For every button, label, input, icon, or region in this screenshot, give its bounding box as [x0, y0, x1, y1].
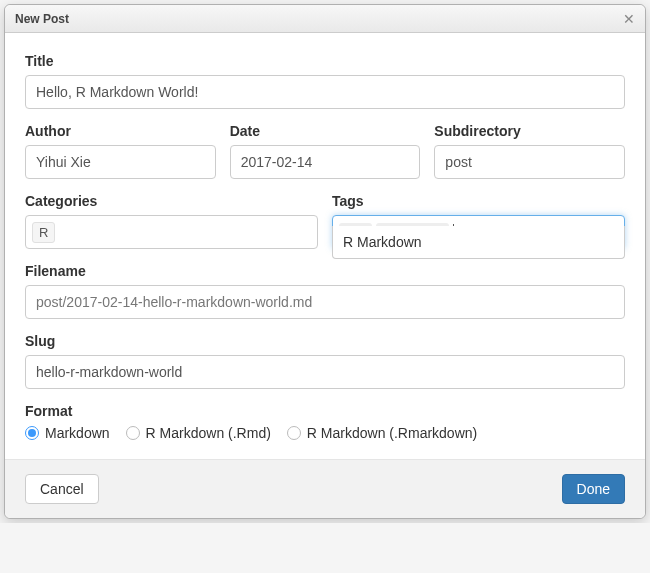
date-input[interactable] — [230, 145, 421, 179]
title-label: Title — [25, 53, 625, 69]
cancel-button[interactable]: Cancel — [25, 474, 99, 504]
filename-label: Filename — [25, 263, 625, 279]
tags-suggestion-dropdown[interactable]: R Markdown — [332, 226, 625, 259]
slug-input[interactable] — [25, 355, 625, 389]
radio-label: R Markdown (.Rmd) — [146, 425, 271, 441]
categories-field: Categories R — [25, 193, 318, 249]
categories-label: Categories — [25, 193, 318, 209]
done-button[interactable]: Done — [562, 474, 625, 504]
subdirectory-field: Subdirectory — [434, 123, 625, 179]
format-option-markdown[interactable]: Markdown — [25, 425, 110, 441]
category-chip[interactable]: R — [32, 222, 55, 243]
format-field: Format Markdown R Markdown (.Rmd) R Mark… — [25, 403, 625, 441]
close-icon[interactable]: ✕ — [623, 12, 635, 26]
radio-icon — [287, 426, 301, 440]
slug-label: Slug — [25, 333, 625, 349]
slug-field: Slug — [25, 333, 625, 389]
dialog-title: New Post — [15, 12, 69, 26]
radio-icon — [126, 426, 140, 440]
new-post-dialog: New Post ✕ Title Author Date Subdirector… — [4, 4, 646, 519]
format-label: Format — [25, 403, 625, 419]
filename-input[interactable] — [25, 285, 625, 319]
categories-input[interactable]: R — [25, 215, 318, 249]
date-label: Date — [230, 123, 421, 139]
subdirectory-input[interactable] — [434, 145, 625, 179]
date-field: Date — [230, 123, 421, 179]
radio-icon — [25, 426, 39, 440]
dialog-footer: Cancel Done — [5, 459, 645, 518]
author-label: Author — [25, 123, 216, 139]
title-input[interactable] — [25, 75, 625, 109]
subdirectory-label: Subdirectory — [434, 123, 625, 139]
format-option-rmarkdown[interactable]: R Markdown (.Rmarkdown) — [287, 425, 477, 441]
radio-label: Markdown — [45, 425, 110, 441]
format-option-rmd[interactable]: R Markdown (.Rmd) — [126, 425, 271, 441]
filename-field: Filename — [25, 263, 625, 319]
dialog-content: Title Author Date Subdirectory Categorie… — [5, 33, 645, 441]
tags-label: Tags — [332, 193, 625, 209]
tags-suggestion-item[interactable]: R Markdown — [343, 234, 422, 250]
author-input[interactable] — [25, 145, 216, 179]
radio-label: R Markdown (.Rmarkdown) — [307, 425, 477, 441]
title-field: Title — [25, 53, 625, 109]
author-field: Author — [25, 123, 216, 179]
titlebar: New Post ✕ — [5, 5, 645, 33]
tags-field: Tags plot regression R Markdown — [332, 193, 625, 249]
format-radio-group: Markdown R Markdown (.Rmd) R Markdown (.… — [25, 425, 625, 441]
